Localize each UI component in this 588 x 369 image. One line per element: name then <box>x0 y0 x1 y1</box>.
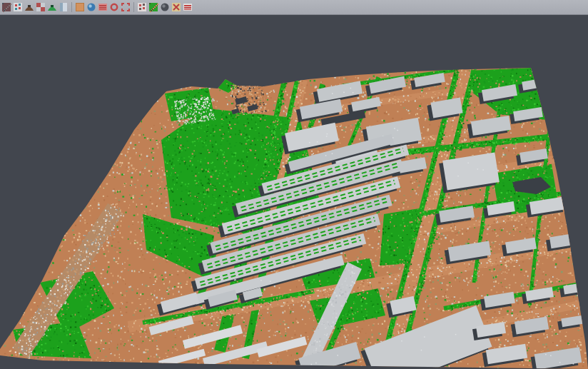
side-panel-icon[interactable] <box>59 2 69 12</box>
clip-box-icon[interactable] <box>171 2 181 12</box>
import-cloud-icon[interactable] <box>1 2 11 12</box>
elevation-bands-icon[interactable] <box>98 2 108 12</box>
texture-icon[interactable] <box>137 2 147 12</box>
save-mesh-icon[interactable] <box>36 2 46 12</box>
dsm-icon[interactable] <box>47 2 57 12</box>
measure-bands-icon[interactable] <box>183 2 193 12</box>
align-points-icon[interactable] <box>13 2 23 12</box>
classification-map-icon[interactable] <box>148 2 158 12</box>
render-sphere-icon[interactable] <box>160 2 170 12</box>
circle-select-icon[interactable] <box>109 2 119 12</box>
toolbar-separator <box>133 2 134 12</box>
globe-icon[interactable] <box>86 2 96 12</box>
ortho-image-icon[interactable] <box>75 2 85 12</box>
terrain-model-icon[interactable] <box>24 2 34 12</box>
app-window <box>0 0 588 369</box>
viewport-3d[interactable] <box>0 15 588 369</box>
main-toolbar <box>0 0 588 15</box>
toolbar-separator <box>71 2 72 12</box>
rect-select-icon[interactable] <box>121 2 131 12</box>
viewport-canvas[interactable] <box>0 15 588 369</box>
